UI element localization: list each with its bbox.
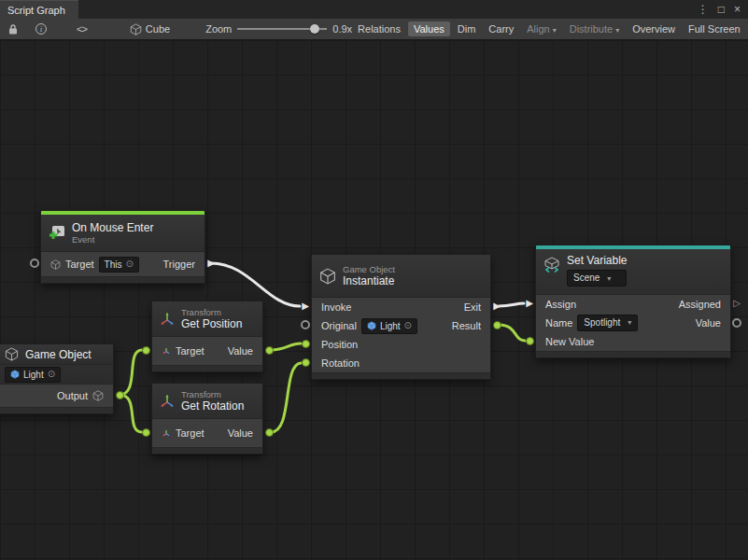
node-footer [312, 372, 490, 379]
node-on-mouse-enter[interactable]: On Mouse Enter Event Target This ⊙ [40, 210, 205, 284]
port-getposition-target-input[interactable] [139, 343, 152, 357]
node-footer [152, 447, 262, 454]
object-field[interactable]: Light ⊙ [5, 367, 61, 383]
distribute-button[interactable]: Distribute▾ [564, 21, 625, 36]
original-object-field[interactable]: Light ⊙ [361, 318, 417, 334]
game-object-value-icon [367, 321, 376, 330]
node-title: Game Object [25, 348, 92, 361]
port-instantiate-result-output[interactable] [490, 318, 503, 331]
node-title: Get Position [181, 317, 242, 330]
node-title: Get Rotation [181, 399, 244, 413]
tab-bar: Script Graph ⋮ □ × [0, 0, 748, 19]
port-label-value: Value [228, 427, 253, 439]
port-getrotation-target-input[interactable] [139, 426, 152, 439]
port-gameobject-output[interactable] [113, 388, 126, 401]
port-instantiate-invoke-input[interactable]: ▶ [299, 300, 312, 313]
align-button[interactable]: Align▾ [521, 21, 561, 36]
game-object-icon [5, 347, 19, 361]
zoom-label: Zoom [205, 23, 232, 35]
variable-name-dropdown[interactable]: Spotlight ▾ [577, 315, 638, 331]
dim-button[interactable]: Dim [452, 21, 482, 36]
zoom-control: Zoom 0.9x [205, 23, 352, 35]
port-instantiate-original-input[interactable] [299, 318, 312, 331]
wire-rotation-value-to-instantiate[interactable] [271, 363, 301, 432]
values-button[interactable]: Values [408, 21, 450, 36]
port-instantiate-position-input[interactable] [299, 337, 312, 350]
port-label-exit: Exit [464, 301, 481, 313]
graph-owner[interactable]: Cube [130, 23, 170, 35]
node-get-rotation[interactable]: Transform Get Rotation Target Value [151, 383, 263, 455]
full-screen-button[interactable]: Full Screen [683, 21, 746, 36]
tab-title: Script Graph [7, 5, 65, 16]
port-label-original: Original [321, 320, 357, 331]
transform-icon [160, 394, 175, 409]
node-game-object-literal[interactable]: Game Object Light ⊙ Output [0, 343, 114, 414]
port-label-assigned: Assigned [679, 299, 721, 310]
port-label-name: Name [545, 317, 572, 329]
port-getposition-value-output[interactable] [262, 343, 275, 357]
port-label-target: Target [176, 427, 205, 439]
port-label-target: Target [176, 345, 205, 357]
port-setvariable-assign-input[interactable]: ▶ [523, 297, 536, 310]
relations-button[interactable]: Relations [352, 21, 406, 36]
object-picker-icon[interactable]: ⊙ [48, 370, 55, 379]
chevron-down-icon: ▾ [615, 26, 619, 35]
variable-icon [543, 257, 560, 273]
node-instantiate[interactable]: Game Object Instantiate Invoke Exit Orig… [311, 254, 491, 380]
zoom-slider[interactable] [237, 23, 327, 35]
chevron-down-icon: ▾ [607, 273, 611, 284]
info-icon[interactable]: i [32, 23, 50, 35]
lock-icon[interactable] [4, 23, 22, 35]
transform-type-icon [162, 346, 171, 356]
graph-toolbar: i <> Cube Zoom 0.9x Relations Values Dim… [0, 19, 748, 40]
object-picker-icon[interactable]: ⊙ [404, 321, 412, 330]
port-label-position: Position [321, 339, 358, 350]
port-label-assign: Assign [545, 299, 576, 310]
carry-button[interactable]: Carry [483, 21, 519, 36]
mouse-enter-event-icon [49, 225, 65, 242]
port-setvariable-assigned-output[interactable]: ▷ [730, 297, 743, 310]
target-object-field[interactable]: This ⊙ [99, 257, 139, 273]
port-instantiate-exit-output[interactable]: ▶ [490, 300, 503, 313]
port-label-rotation: Rotation [321, 357, 360, 369]
object-picker-icon[interactable]: ⊙ [125, 259, 133, 269]
zoom-value: 0.9x [332, 23, 352, 35]
node-set-variable[interactable]: Set Variable Scene ▾ Assign Assigned Nam… [535, 245, 731, 358]
node-title: Instantiate [343, 274, 395, 287]
maximize-icon[interactable]: □ [718, 4, 725, 15]
game-object-type-icon [92, 390, 104, 401]
port-label-value: Value [696, 317, 721, 329]
variable-scope-dropdown[interactable]: Scene ▾ [567, 270, 627, 287]
port-label-invoke: Invoke [321, 301, 351, 313]
tab-script-graph[interactable]: Script Graph [0, 0, 78, 19]
zoom-slider-handle[interactable] [310, 24, 319, 34]
chevron-down-icon: ▾ [553, 26, 557, 35]
transform-type-icon [162, 428, 171, 438]
node-category: Game Object [343, 264, 395, 274]
graph-owner-label: Cube [146, 23, 170, 35]
port-onmouseenter-target-input[interactable] [28, 257, 41, 270]
node-footer [152, 365, 262, 371]
graph-canvas[interactable]: On Mouse Enter Event Target This ⊙ [0, 40, 748, 560]
node-footer [0, 407, 113, 413]
node-get-position[interactable]: Transform Get Position Target Value [151, 301, 263, 372]
port-label-output: Output [57, 390, 88, 401]
node-title: Set Variable [567, 254, 627, 267]
port-onmouseenter-trigger-output[interactable]: ▶ [205, 257, 218, 270]
port-instantiate-rotation-input[interactable] [299, 356, 312, 369]
code-view-icon[interactable]: <> [73, 23, 91, 35]
close-icon[interactable]: × [734, 4, 741, 15]
overview-button[interactable]: Overview [627, 21, 681, 36]
port-label-value: Value [228, 345, 253, 357]
port-setvariable-newvalue-input[interactable] [523, 334, 536, 347]
node-footer [536, 351, 730, 357]
port-label-trigger: Trigger [163, 259, 195, 270]
port-getrotation-value-output[interactable] [262, 426, 275, 439]
node-footer [41, 276, 205, 283]
game-object-value-icon [10, 370, 20, 379]
port-label-result: Result [452, 320, 481, 331]
port-setvariable-value-output[interactable] [730, 316, 743, 329]
more-menu-icon[interactable]: ⋮ [698, 4, 709, 15]
node-category: Transform [181, 389, 244, 399]
port-label-target: Target [65, 259, 94, 270]
